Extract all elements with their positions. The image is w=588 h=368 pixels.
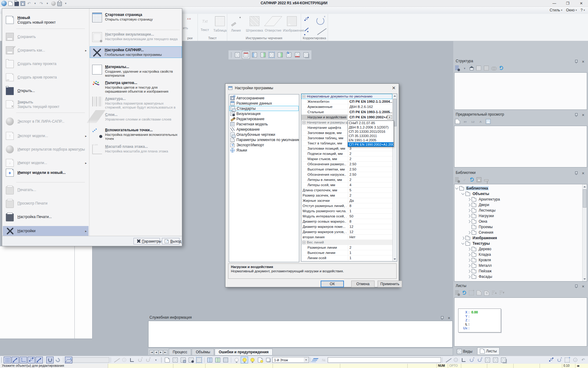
property-value[interactable]: 2.50 <box>348 172 392 177</box>
property-row[interactable]: АрмокаменныеДБН В.2.6-162 <box>301 104 392 109</box>
property-row[interactable]: Длина стрелочек, мм5 <box>301 188 392 193</box>
select-line-icon[interactable] <box>444 357 451 363</box>
dropdown-option[interactable]: СНиП 2.01.07-85 <box>348 121 394 125</box>
close-button[interactable]: ✕ <box>575 0 588 7</box>
property-row[interactable]: Жирные засечкиДа <box>301 198 392 203</box>
print-icon[interactable] <box>57 2 62 6</box>
expander-icon[interactable] <box>468 247 471 251</box>
property-row[interactable]: Модуль интервалов осей, ...50 <box>301 214 392 219</box>
expander-icon[interactable] <box>455 186 458 190</box>
rotate-x-icon[interactable] <box>136 357 144 363</box>
scroll-down-icon[interactable] <box>582 277 587 281</box>
new-document-icon[interactable] <box>8 1 13 6</box>
library-tree-item[interactable]: Изображения <box>462 235 498 241</box>
property-value[interactable]: СП РК EN 1993-1-1:2005... <box>348 109 392 115</box>
restore-button[interactable]: ❐ <box>561 0 575 7</box>
exit-button[interactable]: Выход <box>162 238 179 244</box>
ribbon-button[interactable]: Линия <box>227 16 245 32</box>
settings-category-item[interactable]: Размещение данных <box>229 101 299 106</box>
property-row[interactable]: СтальныеСП РК EN 1993-1-1:2005... <box>301 109 392 115</box>
process-tab[interactable]: Ошибки и предупреждения <box>215 349 273 355</box>
dock-tab-листы[interactable]: Листы <box>477 347 499 355</box>
right-view-icon[interactable] <box>276 51 284 59</box>
collapse-icon[interactable] <box>303 121 305 124</box>
undo-dropdown-icon[interactable] <box>33 1 37 6</box>
checkmark-icon[interactable] <box>462 178 467 182</box>
expander-icon[interactable] <box>468 231 471 234</box>
bulb-on-icon[interactable] <box>241 357 248 363</box>
library-tree-item[interactable]: Текстуры <box>462 241 491 246</box>
cube-icon[interactable] <box>172 357 179 363</box>
apply-button[interactable]: Применить <box>378 281 402 287</box>
app-menu-item[interactable]: Новый Создать новый проект <box>3 13 89 27</box>
left-view-icon[interactable] <box>259 51 267 59</box>
line-snap-icon[interactable] <box>36 357 43 363</box>
image-icon[interactable] <box>486 119 491 125</box>
app-submenu-item[interactable]: Настройки САПФИР... Глобальные настройки… <box>90 46 182 58</box>
first-record-icon[interactable]: |◀ <box>149 350 154 355</box>
app-submenu-item[interactable]: Масштаб плана этажа... Настройка масштаб… <box>90 143 182 154</box>
expander-icon[interactable] <box>468 214 471 217</box>
top-view-icon[interactable] <box>242 51 250 59</box>
building-icon[interactable] <box>476 66 481 71</box>
save-icon[interactable] <box>21 1 25 6</box>
replace-nodes-icon[interactable] <box>316 17 324 25</box>
pin-icon[interactable] <box>575 171 578 175</box>
property-row[interactable]: Марки стыков, мм2 <box>301 156 392 162</box>
property-row[interactable]: Литеры осей, мм4 <box>301 182 392 188</box>
ribbon-button[interactable]: Отверстие <box>264 16 282 32</box>
settings-category-item[interactable]: Экспорт/Импорт <box>229 142 299 148</box>
magnet-screen-icon[interactable] <box>46 357 54 363</box>
library-tree-item[interactable]: Лестницы <box>468 208 496 213</box>
settings-category-item[interactable]: Редактирование <box>229 116 299 121</box>
mesh-icon[interactable] <box>222 357 229 363</box>
menubar-item[interactable]: ?▾ <box>579 8 586 12</box>
app-menu-item[interactable]: Настройки ▸ <box>3 226 89 236</box>
paint-roller-icon[interactable] <box>484 178 488 182</box>
close-icon[interactable] <box>581 59 586 64</box>
app-menu-item[interactable]: Настройка Печати... <box>3 210 89 224</box>
expander-icon[interactable] <box>468 203 471 206</box>
property-group-header[interactable]: Вес линий <box>301 240 392 245</box>
node-snap-icon[interactable] <box>12 357 19 363</box>
property-row[interactable]: Линии осей1 <box>301 255 392 261</box>
library-tree-item[interactable]: Металл <box>468 263 492 268</box>
open-folder-icon[interactable] <box>14 2 19 6</box>
command-input[interactable] <box>328 357 441 363</box>
front-view-icon[interactable] <box>251 51 258 59</box>
property-value[interactable]: 2.50 <box>348 167 392 172</box>
update-page-icon[interactable] <box>484 291 489 296</box>
property-row[interactable]: Нагрузки и воздействияСП РК EN 1990:2002… <box>301 115 392 120</box>
property-row[interactable]: Обозначения нагрузок...2.50 <box>301 172 392 177</box>
workplane-icon[interactable] <box>65 357 72 363</box>
property-value[interactable]: Да <box>348 198 392 203</box>
more-dropdown-icon[interactable] <box>152 357 160 363</box>
app-submenu-item[interactable]: Настройки визуализации... Настройки визу… <box>90 31 182 42</box>
dropdown-button[interactable]: ▾ <box>387 115 392 119</box>
app-menu-item[interactable]: Импорт результатов подбора арматуры <box>3 143 89 156</box>
library-tree-item[interactable]: Библиотека <box>456 186 489 191</box>
library-tree-item[interactable]: Сечения <box>468 230 494 235</box>
property-group-header[interactable]: Нормативные документы по умолчанию <box>301 94 392 99</box>
dropdown-option[interactable]: СП РК EN 1990:2002+A1:200 <box>348 142 394 147</box>
ribbon-button[interactable]: Изображение <box>283 16 301 32</box>
expander-icon[interactable] <box>468 275 471 278</box>
ribbon-button[interactable]: Штриховка <box>246 16 263 32</box>
parameters-button[interactable]: Параметры <box>134 238 160 244</box>
property-value[interactable]: 2.50 <box>348 162 392 167</box>
numbering-icon[interactable] <box>320 357 327 363</box>
property-row[interactable]: Размер засечек, мм2 <box>301 193 392 198</box>
app-submenu-item[interactable]: Стартовая страница Открыть стартовую стр… <box>90 11 182 22</box>
app-menu-item[interactable]: Импорт модели в новый... <box>3 166 89 179</box>
bulb-small-icon[interactable] <box>249 357 256 363</box>
settings-category-item[interactable]: Армирование <box>229 127 299 132</box>
settings-category-item[interactable]: Параметры элементов по умолчанию <box>229 137 299 142</box>
qat-customize-icon[interactable] <box>63 1 68 6</box>
page-icon[interactable] <box>164 357 171 363</box>
property-value[interactable]: 1 <box>348 209 392 214</box>
cube-save-icon[interactable] <box>179 357 187 363</box>
guide-snap-icon[interactable] <box>20 357 27 363</box>
magnet-unlock-icon[interactable] <box>54 357 62 363</box>
refresh-icon[interactable] <box>462 291 466 296</box>
bulb-off-icon[interactable] <box>233 357 240 363</box>
